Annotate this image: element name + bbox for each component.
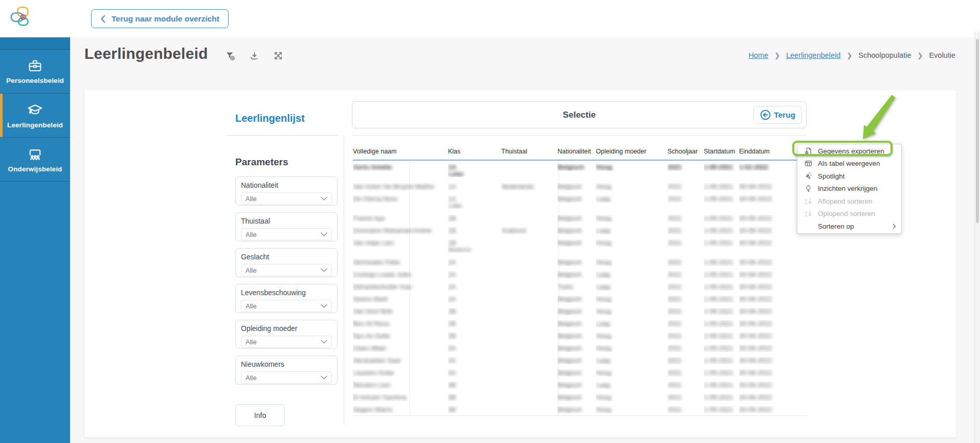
cell-klas: 2A xyxy=(448,259,501,266)
table-row[interactable]: Claes Milan3ABelgischHoog20211-09-202130… xyxy=(353,342,807,354)
info-button[interactable]: Info xyxy=(235,404,285,426)
selection-back-button[interactable]: Terug xyxy=(753,106,802,124)
cell-einddatum: 30-06-2022 xyxy=(739,357,807,364)
table-row[interactable]: El Amrani Yasmina3BBelgischHoog20211-09-… xyxy=(353,391,807,403)
parameters-title: Parameters xyxy=(235,157,338,168)
parameter-select-geslacht[interactable]: Alle xyxy=(241,264,332,276)
back-to-modules-button[interactable]: Terug naar module overzicht xyxy=(91,9,229,28)
divider-line xyxy=(352,135,807,136)
vertical-divider xyxy=(344,135,344,425)
cell-volledige-naam: Franck Aya xyxy=(353,215,448,222)
cell-startdatum: 1-09-2021 xyxy=(704,382,739,389)
menu-item-als-tabel-weergeven[interactable]: Als tabel weergeven xyxy=(797,158,901,170)
cell-nationaliteit: Belgisch xyxy=(558,215,596,222)
menu-item-sorteren-op[interactable]: Sorteren op xyxy=(797,220,901,233)
table-row[interactable]: Lauwers Kobe3ABelgischHoog20211-09-20213… xyxy=(353,366,807,379)
cell-nationaliteit: Belgisch xyxy=(558,195,596,203)
parameter-group-thuistaal: ThuistaalAlle xyxy=(235,212,338,241)
cell-klas: 3A xyxy=(448,369,501,376)
cell-nationaliteit: Belgisch xyxy=(558,227,596,234)
cell-klas: 1BModerne xyxy=(448,239,501,253)
table-row[interactable]: Nys An-Sofie2BBelgischHoog20211-09-20213… xyxy=(353,329,807,342)
cell-volledige-naam: Aerts Amelie xyxy=(353,164,448,171)
table-row[interactable]: Conings Lowie Jules2ABelgischLaag20211-0… xyxy=(353,268,807,280)
table-row[interactable]: Van Acker De Bruyne Mathis1ANederlandsBe… xyxy=(353,180,807,192)
parameter-select-thuistaal[interactable]: Alle xyxy=(241,228,332,240)
selection-bar: Selectie Terug xyxy=(352,101,807,128)
table-row[interactable]: Geens Marit2ABelgischHoog20211-09-202130… xyxy=(353,293,807,305)
breadcrumb-item-leerlingenbeleid[interactable]: Leerlingenbeleid xyxy=(786,51,840,59)
page-scrollbar[interactable] xyxy=(974,32,980,443)
graduation-cap-icon xyxy=(27,102,43,118)
scrollbar-thumb[interactable] xyxy=(976,39,979,223)
table-row[interactable]: Van Impe Lars1BModerneBelgischHoog20211-… xyxy=(353,236,807,256)
parameter-select-opleiding-moeder[interactable]: Alle xyxy=(241,336,332,348)
cell-einddatum: 30-06-2022 xyxy=(739,394,807,401)
table-row[interactable]: Franck Aya1BBelgischHoog20211-09-202130-… xyxy=(353,212,807,224)
cell-startdatum: 1-09-2021 xyxy=(704,320,739,327)
table-row[interactable]: Van Hoof Britt2BBelgischHoog20211-09-202… xyxy=(353,305,807,317)
column-header-startdatum[interactable]: Startdatum xyxy=(704,148,739,155)
parameter-select-value: Alle xyxy=(246,374,257,382)
table-row[interactable]: Wouters Lien3BBelgischLaag20211-09-20213… xyxy=(353,379,807,391)
sidebar-item-leerlingenbeleid[interactable]: Leerlingenbeleid xyxy=(0,94,70,138)
cell-einddatum: 30-06-2022 xyxy=(739,369,807,376)
cell-klas: 2A xyxy=(448,296,501,303)
cell-opleiding-moeder: Hoog xyxy=(596,308,667,315)
fullscreen-button[interactable] xyxy=(273,50,284,62)
cell-klas: 3B xyxy=(448,394,501,401)
cell-startdatum: 1-09-2021 xyxy=(704,239,739,247)
column-header-thuistaal[interactable]: Thuistaal xyxy=(501,148,558,155)
cell-einddatum: 30-06-2022 xyxy=(739,345,807,352)
classroom-icon xyxy=(27,146,43,162)
cell-einddatum: 30-06-2022 xyxy=(739,296,807,303)
column-header-schooljaar[interactable]: Schooljaar xyxy=(667,148,704,155)
menu-item-inzichten-verkrijgen[interactable]: Inzichten verkrijgen xyxy=(797,183,901,195)
column-header-nationaliteit[interactable]: Nationaliteit xyxy=(558,148,596,155)
cell-nationaliteit: Belgisch xyxy=(558,259,596,266)
cell-opleiding-moeder: Hoog xyxy=(596,345,667,352)
cell-schooljaar: 2021 xyxy=(667,394,704,401)
cell-startdatum: 1-09-2021 xyxy=(704,283,739,291)
column-header-opleiding-moeder[interactable]: Opleiding moeder xyxy=(596,148,667,155)
page-title: Leerlingenbeleid xyxy=(84,45,208,62)
cell-opleiding-moeder: Hoog xyxy=(596,369,667,376)
parameter-select-nieuwkomers[interactable]: Alle xyxy=(241,371,332,384)
divider-line xyxy=(227,135,338,136)
cell-klas: 1B xyxy=(448,227,501,234)
parameter-select-levensbeschouwing[interactable]: Alle xyxy=(241,300,332,312)
menu-item-gegevens-exporteren[interactable]: Gegevens exporteren xyxy=(797,145,901,158)
table-row[interactable]: Vermeulen Febe2ABelgischHoog20211-09-202… xyxy=(353,256,807,268)
menu-item-spotlight[interactable]: Spotlight xyxy=(797,170,901,183)
breadcrumb-item-home[interactable]: Home xyxy=(748,51,768,59)
clear-filter-button[interactable] xyxy=(225,50,236,62)
breadcrumb-separator-icon: ❯ xyxy=(774,52,780,59)
cell-thuistaal: Arabisch xyxy=(501,227,558,234)
cell-schooljaar: 2021 xyxy=(667,357,704,364)
sidebar-item-label: Leerlingenbeleid xyxy=(7,121,63,129)
topbar: Terug naar module overzicht xyxy=(0,0,980,37)
sidebar-item-onderwijsbeleid[interactable]: Onderwijsbeleid xyxy=(0,138,70,182)
table-row[interactable]: Aerts Amelie1ALatijnBelgischHoog20211-09… xyxy=(353,161,807,180)
svg-text:Z: Z xyxy=(805,197,807,201)
app-logo-icon[interactable] xyxy=(10,6,34,31)
cell-opleiding-moeder: Hoog xyxy=(596,333,667,340)
arrow-left-circle-icon xyxy=(760,109,771,120)
table-row[interactable]: Dehandschutter Inas2ATurksLaag20211-09-2… xyxy=(353,280,807,293)
sort-asc-icon: AZ xyxy=(804,210,813,217)
cell-opleiding-moeder: Laag xyxy=(596,227,667,234)
table-row[interactable]: Segers Warre3BBelgischHoog20211-09-20213… xyxy=(353,403,807,415)
parameter-groups: NationaliteitAlleThuistaalAlleGeslachtAl… xyxy=(235,176,338,385)
table-row[interactable]: De Clercq Nora1ALatijnBelgischLaag20211-… xyxy=(353,192,807,212)
download-button[interactable] xyxy=(249,50,260,62)
lightbulb-icon xyxy=(804,185,813,192)
table-row[interactable]: Verstraeten Saar3ABelgischLaag20211-09-2… xyxy=(353,354,807,366)
parameter-select-nationaliteit[interactable]: Alle xyxy=(241,192,332,205)
cell-volledige-naam: Goossens Mohamed Amine xyxy=(353,227,448,234)
column-header-volledige-naam[interactable]: Volledige naam xyxy=(353,148,448,155)
table-row[interactable]: Goossens Mohamed Amine1BArabischBelgisch… xyxy=(353,224,807,236)
cell-opleiding-moeder: Laag xyxy=(596,195,667,203)
column-header-klas[interactable]: Klas xyxy=(448,148,501,155)
sidebar-item-personeelsbeleid[interactable]: Personeelsbeleid xyxy=(0,50,70,94)
table-row[interactable]: Bos Ali Reza2BBelgischLaag20211-09-20213… xyxy=(353,317,807,329)
